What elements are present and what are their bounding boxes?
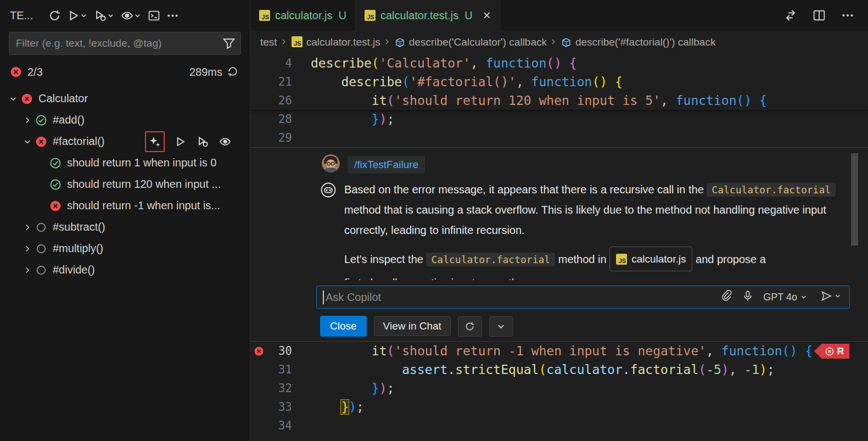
git-untracked-badge: U [464, 9, 472, 22]
chevron-right-icon[interactable] [21, 264, 34, 276]
code-line-34[interactable]: 34 [250, 416, 868, 435]
code-text: it('should return 120 when input is 5', … [292, 91, 767, 110]
sticky-scroll: 4describe('Calculator', function() {21 d… [250, 54, 868, 110]
chevron-spacer [35, 200, 48, 212]
test-fail-icon [49, 200, 61, 212]
code-line-30[interactable]: 30 it('should return -1 when input is ne… [250, 342, 868, 360]
code-text: describe('#factorial()', function() { [292, 72, 623, 91]
chat-message: Based on the error message, it appears t… [344, 180, 841, 241]
code-line-4[interactable]: 4describe('Calculator', function() { [250, 54, 868, 72]
chat-more-dropdown-button[interactable] [489, 316, 513, 337]
filter-icon[interactable] [222, 37, 236, 50]
debug-tests-dropdown[interactable] [105, 6, 115, 25]
model-picker[interactable]: GPT 4o [763, 292, 808, 303]
tree-item-add[interactable]: #add() [0, 109, 250, 131]
chevron-down-icon[interactable] [21, 136, 34, 148]
show-output-button[interactable] [144, 6, 163, 25]
testing-more-actions-button[interactable] [163, 6, 182, 25]
debug-test-button[interactable] [195, 135, 210, 149]
code-line-32[interactable]: 32 }); [250, 379, 868, 398]
tree-item-factorial[interactable]: #factorial() [0, 131, 250, 152]
test-label: should return 120 when input ... [67, 178, 221, 191]
line-number: 32 [267, 379, 292, 398]
tree-item-multiply[interactable]: #multiply() [0, 238, 250, 259]
file-reference-chip[interactable]: JScalculator.js [609, 247, 692, 271]
breadcrumb: testJScalculator.test.jsdescribe('Calcul… [250, 31, 868, 54]
ask-copilot-input[interactable] [317, 291, 720, 304]
editor-tab-bar: JScalculator.jsUJScalculator.test.jsU× [250, 0, 868, 31]
glyph-margin [250, 416, 267, 435]
symbol-icon [395, 37, 405, 48]
tree-item-divide[interactable]: #divide() [0, 259, 250, 281]
js-file-icon: JS [365, 9, 376, 22]
code-line-29[interactable]: 29 [250, 129, 868, 147]
tab-calculator-test-js[interactable]: JScalculator.test.jsU× [356, 0, 500, 31]
breadcrumb-item[interactable]: describe('#factorial()') callback [561, 36, 715, 48]
vscode-window: TE... 2/3 289ms Calculator#add()#factori… [0, 0, 868, 441]
tree-item-calculator[interactable]: Calculator [0, 88, 250, 109]
glyph-margin [250, 72, 267, 91]
test-tree: Calculator#add()#factorial()should retur… [0, 88, 250, 281]
code-text: }); [292, 379, 394, 398]
attach-context-icon[interactable] [720, 290, 732, 304]
chat-message-clipped: fix to handle negative input correctly. [344, 273, 841, 280]
copilot-icon [320, 182, 337, 198]
rerun-last-icon[interactable] [227, 65, 240, 79]
test-failure-flag[interactable]: R [814, 344, 849, 359]
send-icon[interactable] [820, 290, 832, 304]
rerun-request-button[interactable] [458, 316, 482, 337]
tab-calculator-js[interactable]: JScalculator.jsU [250, 0, 356, 31]
tree-item-subtract[interactable]: #subtract() [0, 216, 250, 238]
symbol-icon [561, 37, 572, 48]
breadcrumb-item[interactable]: JScalculator.test.js [292, 36, 380, 48]
line-number: 21 [267, 72, 292, 91]
close-button[interactable]: Close [320, 316, 367, 337]
watch-tests-dropdown[interactable] [132, 6, 142, 25]
view-in-chat-button[interactable]: View in Chat [374, 316, 451, 336]
glyph-margin [250, 360, 267, 379]
open-changes-icon[interactable] [781, 6, 800, 25]
test-label: #divide() [53, 264, 95, 276]
test-fail-icon [21, 93, 33, 105]
code-line-26[interactable]: 26 it('should return 120 when input is 5… [250, 91, 868, 110]
code-line-33[interactable]: 33 }); [250, 398, 868, 416]
mic-icon[interactable] [742, 290, 754, 304]
breadcrumb-item[interactable]: test [260, 36, 277, 48]
run-test-button[interactable] [173, 135, 187, 149]
code-line-31[interactable]: 31 assert.strictEqual(calculator.factori… [250, 360, 868, 379]
chevron-right-icon[interactable] [21, 221, 34, 233]
run-tests-dropdown[interactable] [79, 6, 88, 25]
chevron-right-icon [549, 37, 559, 47]
test-fail-icon [35, 136, 47, 148]
close-icon[interactable]: × [483, 9, 491, 22]
test-label: #subtract() [53, 221, 105, 233]
test-filter-input[interactable] [9, 32, 241, 55]
watch-test-button[interactable] [218, 135, 232, 149]
tree-item-should-return-1-when-input-is-0[interactable]: should return 1 when input is 0 [0, 152, 250, 174]
breadcrumb-item[interactable]: describe('Calculator') callback [395, 36, 547, 48]
test-error-gutter-icon[interactable] [250, 342, 267, 360]
slash-command-chip: /fixTestFailure [348, 156, 425, 174]
chevron-right-icon[interactable] [21, 243, 34, 255]
split-editor-icon[interactable] [810, 6, 828, 25]
code-text: assert.strictEqual(calculator.factorial(… [292, 360, 775, 379]
fix-test-failure-sparkle-button[interactable] [145, 131, 165, 152]
send-dropdown-icon[interactable] [834, 292, 842, 302]
line-number: 30 [267, 342, 292, 360]
chevron-right-icon[interactable] [21, 114, 34, 126]
code-line-21[interactable]: 21 describe('#factorial()', function() { [250, 72, 868, 91]
chevron-down-icon[interactable] [7, 93, 20, 105]
editor-more-actions-icon[interactable] [838, 6, 857, 25]
code-text: describe('Calculator', function() { [292, 54, 577, 72]
tab-label: calculator.js [275, 9, 333, 22]
glyph-margin [250, 129, 267, 147]
tree-item-should-return-120-when-input[interactable]: should return 120 when input ... [0, 174, 250, 195]
line-number: 26 [267, 91, 292, 110]
refresh-tests-button[interactable] [45, 6, 64, 25]
chat-scrollbar[interactable] [851, 153, 858, 245]
tree-item-should-return-1-when-input-is[interactable]: should return -1 when input is... [0, 195, 250, 216]
line-number: 34 [267, 416, 292, 435]
test-pass-icon [49, 157, 61, 169]
tests-failed-icon [10, 66, 22, 78]
code-line-28[interactable]: 28 }); [250, 110, 868, 129]
